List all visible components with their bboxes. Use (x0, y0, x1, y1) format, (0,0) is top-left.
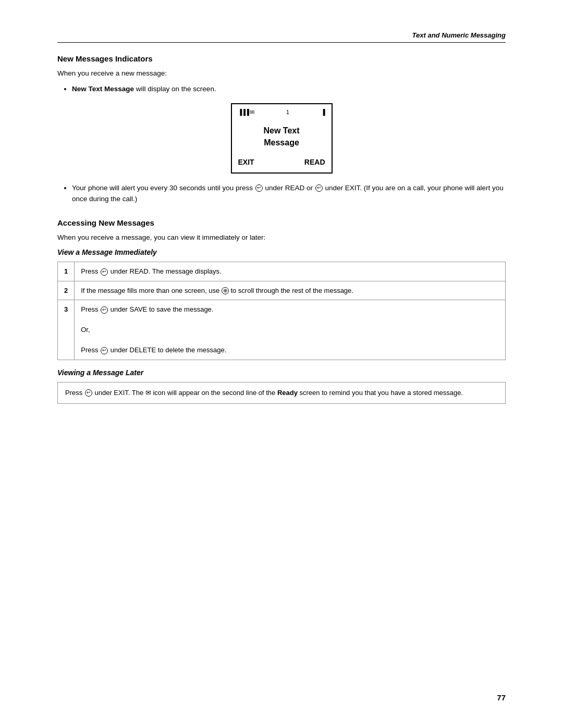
phone-status-number: 1 (286, 109, 289, 115)
bullet-list-1: New Text Message will display on the scr… (72, 84, 506, 95)
subsection1-heading: View a Message Immediately (57, 248, 506, 256)
section1-intro: When you receive a new message: (57, 68, 506, 79)
ready-bold: Ready (277, 389, 298, 397)
battery-icon: ▐ (321, 109, 325, 115)
step-text-2: If the message fills more than one scree… (75, 281, 506, 300)
circle-btn-step3a: ↩ (101, 306, 108, 314)
phone-message-text: New Text Message (238, 125, 325, 149)
subsection1: View a Message Immediately 1 Press ↩ und… (57, 248, 506, 360)
circle-btn-exit: ↩ (315, 184, 323, 192)
softkey-read: READ (304, 158, 325, 166)
signal-icon: ▐▐▐ (238, 109, 249, 115)
softkey-exit: EXIT (238, 158, 254, 166)
section1-heading: New Messages Indicators (57, 54, 506, 63)
bullet1-rest: will display on the screen. (134, 85, 216, 93)
phone-status-right: ▐ (321, 108, 325, 116)
circle-btn-read: ↩ (255, 184, 263, 192)
circle-btn-exit2: ↩ (85, 389, 92, 397)
envelope-icon-inline: ✉ (145, 389, 151, 397)
bullet-item-1: New Text Message will display on the scr… (72, 84, 506, 95)
bullet-list-2: Your phone will alert you every 30 secon… (72, 183, 506, 205)
phone-message-line2: Message (264, 138, 299, 147)
steps-table: 1 Press ↩ under READ. The message displa… (57, 262, 506, 360)
bullet1-bold: New Text Message (72, 85, 134, 93)
phone-status-bar: ▐▐▐ ✉ 1 ▐ (238, 108, 325, 116)
step-row-2: 2 If the message fills more than one scr… (58, 281, 506, 300)
step-text-3: Press ↩ under SAVE to save the message. … (75, 300, 506, 360)
page-number: 77 (497, 693, 506, 702)
circle-btn-step3b: ↩ (101, 347, 108, 354)
scroll-icon-step2 (222, 287, 229, 294)
circle-btn-step1: ↩ (101, 268, 108, 276)
bullet-item-2: Your phone will alert you every 30 secon… (72, 183, 506, 205)
subsection2-heading: Viewing a Message Later (57, 368, 506, 377)
chapter-title: Text and Numeric Messaging (412, 31, 506, 39)
phone-message-line1: New Text (263, 126, 299, 135)
step-num-3: 3 (58, 300, 75, 360)
info-box: Press ↩ under EXIT. The ✉ icon will appe… (57, 382, 506, 404)
page-header: Text and Numeric Messaging (57, 31, 506, 43)
phone-screen: ▐▐▐ ✉ 1 ▐ New Text Message EXIT READ (231, 103, 333, 174)
section1: New Messages Indicators When you receive… (57, 54, 506, 205)
page-container: Text and Numeric Messaging New Messages … (0, 0, 563, 728)
step-num-2: 2 (58, 281, 75, 300)
section2: Accessing New Messages When you receive … (57, 218, 506, 404)
section2-intro: When you receive a message, you can view… (57, 232, 506, 243)
step-row-1: 1 Press ↩ under READ. The message displa… (58, 262, 506, 281)
step-text-1: Press ↩ under READ. The message displays… (75, 262, 506, 281)
envelope-icon: ✉ (250, 109, 254, 116)
section2-heading: Accessing New Messages (57, 218, 506, 227)
step-num-1: 1 (58, 262, 75, 281)
phone-screen-wrapper: ▐▐▐ ✉ 1 ▐ New Text Message EXIT READ (57, 103, 506, 174)
step-row-3: 3 Press ↩ under SAVE to save the message… (58, 300, 506, 360)
phone-softkeys: EXIT READ (238, 158, 325, 166)
phone-status-left: ▐▐▐ ✉ (238, 109, 254, 116)
subsection2: Viewing a Message Later Press ↩ under EX… (57, 368, 506, 404)
